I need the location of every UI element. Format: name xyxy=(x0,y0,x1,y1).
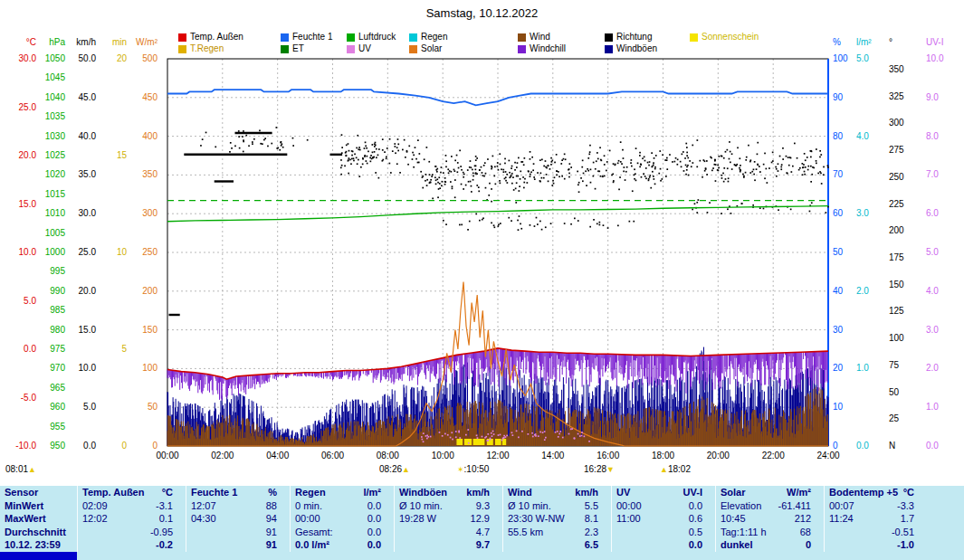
row-label: 10.12. 23:59 xyxy=(0,538,77,552)
weather-app-window: Samstag, 10.12.2022 °C30.025.020.015.010… xyxy=(0,0,964,560)
legend-label: Luftdruck xyxy=(358,33,396,42)
axis-tick-label: 50.0 xyxy=(79,53,97,63)
cell-label: Wind xyxy=(508,486,532,499)
axis-tick-label: 1040 xyxy=(45,92,66,102)
legend-item-t-regen: T.Regen xyxy=(178,44,224,53)
axis-tick-label: 150 xyxy=(889,280,904,289)
legend-item-regen: Regen xyxy=(409,33,447,42)
cell-text: MinWert xyxy=(5,499,43,513)
sun-event-icon: ▼ xyxy=(606,465,615,474)
cell-label: 04:30 xyxy=(191,512,216,526)
x-tick-label: 24:00 xyxy=(816,451,839,460)
axis-tick-label: 9.0 xyxy=(926,92,939,102)
cell-text: 10.12. 23:59 xyxy=(5,538,61,552)
cell-value: -61.411 xyxy=(778,499,812,513)
legend-item-wind: Wind xyxy=(518,33,550,42)
sun-event-time: 18:02 xyxy=(668,464,691,474)
axis-tick-label: -5.0 xyxy=(21,393,37,403)
axis-unit-label: ° xyxy=(889,37,892,47)
cell-label: 02:09 xyxy=(82,499,108,513)
legend-item-windchill: Windchill xyxy=(518,44,566,53)
axis-tick-label: 275 xyxy=(889,145,904,155)
cell-value: 88 xyxy=(266,499,277,513)
cell-label: UV xyxy=(616,486,630,499)
cell-value: -1.0 xyxy=(897,538,914,552)
sun-time-08-01: 08:01▲ xyxy=(5,464,36,474)
grid-lines xyxy=(167,59,828,446)
legend-item-uv: UV xyxy=(347,44,371,53)
header-cell-regen: Regenl/m² xyxy=(290,486,394,499)
sun-event-time: 16:28 xyxy=(584,464,606,474)
x-tick-label: 02:00 xyxy=(211,451,234,460)
table-cell: 04:3094 xyxy=(186,512,290,526)
legend-label: T.Regen xyxy=(190,44,224,53)
axis-tick-label: 970 xyxy=(50,363,65,373)
cell-label: 00:07 xyxy=(829,499,854,513)
legend-label: Temp. Außen xyxy=(190,33,243,42)
cell-label: 11:24 xyxy=(829,512,854,526)
axis-tick-label: 6.0 xyxy=(926,208,939,218)
axis-tick-label: 250 xyxy=(889,172,904,182)
axis-tick-label: 350 xyxy=(889,64,904,74)
cell-label: Solar xyxy=(721,486,746,499)
axis-tick-label: 10 xyxy=(117,247,128,257)
axis-tick-label: 35.0 xyxy=(79,169,97,179)
header-cell-sensor: Sensor xyxy=(0,486,77,499)
axis-tick-label: 950 xyxy=(50,441,65,451)
cell-label: dunkel xyxy=(721,538,752,552)
axis-deg: °350325300275250225200175150125100755025… xyxy=(889,37,904,451)
legend-label: Windchill xyxy=(530,44,566,53)
axis-tick-label: 4.0 xyxy=(856,131,869,141)
sun-time-08-26: 08:26▲ xyxy=(379,464,410,474)
axis-unit-label: W/m² xyxy=(136,37,158,47)
sun-event-icon: ▲ xyxy=(660,465,668,474)
table-cell: 10:45212 xyxy=(715,512,824,526)
axis-tick-label: 100 xyxy=(889,333,904,343)
table-cell: 6.5 xyxy=(502,538,611,552)
row-label: MinWert xyxy=(0,499,77,513)
axis-tick-label: 325 xyxy=(889,91,904,101)
sun-event-time: 08:26 xyxy=(379,464,402,474)
table-cell: -0.2 xyxy=(77,538,186,552)
header-cell-solar: SolarW/m² xyxy=(715,486,824,499)
cell-label: Gesamt: xyxy=(295,526,333,539)
sun-time-16-28: 16:28▼ xyxy=(584,464,615,474)
table-cell: 4.7 xyxy=(394,526,502,539)
sun-event-time: :10:50 xyxy=(464,464,490,474)
cell-value: 12.9 xyxy=(471,512,490,526)
cell-label: 55.5 km xyxy=(508,526,543,539)
x-tick-label: 16:00 xyxy=(597,451,619,460)
legend-item-windb-en: Windböen xyxy=(605,44,657,53)
axis-tick-label: 0.0 xyxy=(24,344,36,354)
legend-label: Windböen xyxy=(616,44,657,53)
axis-tick-label: 75 xyxy=(889,360,900,370)
table-header-row: SensorTemp. Außen°CFeuchte 1%Regenl/m²Wi… xyxy=(0,486,964,499)
axis-unit-label: °C xyxy=(26,37,36,47)
legend-color-swatch xyxy=(178,45,186,53)
cell-value: 0.0 xyxy=(367,499,381,513)
cell-value: 9.3 xyxy=(476,499,490,513)
axis-wm2: W/m²500450400350300250200150100500 xyxy=(136,37,158,451)
axis-tick-label: 20 xyxy=(117,53,128,63)
table-cell: 0.0 xyxy=(611,538,715,552)
cell-label: 12:07 xyxy=(191,499,216,513)
axis-tick-label: 980 xyxy=(50,325,65,335)
cell-value: 5.5 xyxy=(585,499,598,513)
axis-tick-label: 25 xyxy=(889,413,900,423)
cell-value: 0 xyxy=(806,538,811,552)
axis-percent: %1009080706050403020100 xyxy=(833,37,848,451)
axis-unit-label: min xyxy=(112,37,127,47)
weather-chart: °C30.025.020.015.010.05.00.0-5.0-10.0hPa… xyxy=(0,0,964,484)
legend-color-swatch xyxy=(409,33,417,42)
legend-color-swatch xyxy=(605,45,613,53)
legend-color-swatch xyxy=(409,45,417,53)
cell-value: -0.95 xyxy=(150,526,173,539)
legend-label: Wind xyxy=(530,33,550,42)
axis-tick-label: 8.0 xyxy=(926,131,939,141)
table-cell: -0.51 xyxy=(824,526,964,539)
legend-color-swatch xyxy=(518,33,526,42)
cell-value: 0.0 xyxy=(689,538,702,552)
cell-value: 1.7 xyxy=(901,512,914,526)
cell-value: 0.5 xyxy=(689,526,702,539)
x-tick-label: 20:00 xyxy=(707,451,730,460)
